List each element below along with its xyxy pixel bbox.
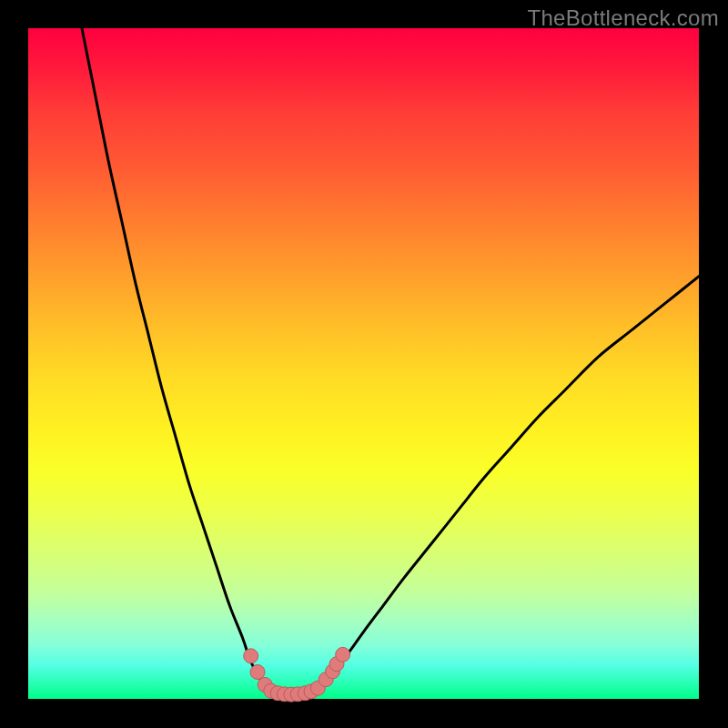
chart-frame: TheBottleneck.com xyxy=(0,0,728,728)
watermark-text: TheBottleneck.com xyxy=(527,5,719,31)
plot-gradient-background xyxy=(28,28,699,699)
